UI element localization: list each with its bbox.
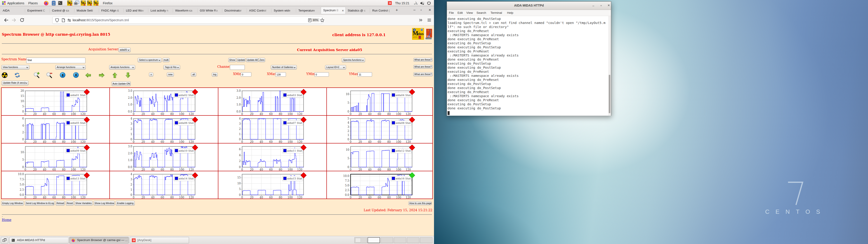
footer-button[interactable]: Show Log Window xyxy=(94,201,115,206)
window-maximize-button[interactable]: ▫ xyxy=(421,8,422,12)
browser-tab[interactable]: Module Setti xyxy=(74,6,99,15)
zoom-in-icon[interactable] xyxy=(33,72,40,79)
permissions-icon[interactable] xyxy=(67,18,71,22)
browser-tab[interactable]: System wide xyxy=(272,6,296,15)
spectrum-chart-aida02[interactable]: 0204060801001200.01.02.03.0aida02 Stat xyxy=(124,89,198,115)
log-button[interactable]: log xyxy=(212,72,218,77)
bookmark-star-icon[interactable] xyxy=(320,18,324,22)
spectrum-chart-aida07[interactable]: 02040608010012001234aida07 Stat xyxy=(232,117,307,143)
acquisition-server-select[interactable]: aida05 xyxy=(119,48,131,52)
ymin-input[interactable]: 0 xyxy=(314,72,329,77)
number-of-galleries-dropdown[interactable]: Number of Galleries xyxy=(271,65,297,69)
anydesk-tray-icon[interactable] xyxy=(388,1,392,6)
menu-terminal[interactable]: Terminal xyxy=(491,11,502,14)
spectrum-chart-aida10[interactable]: 0204060801001200.01.02.03.0aida10 Stat xyxy=(124,145,198,171)
menu-file[interactable]: File xyxy=(449,11,454,14)
show-button[interactable]: Show xyxy=(228,58,236,62)
spectrum-chart-aida09[interactable]: 0204060801001200510aida09 Stat xyxy=(16,145,90,171)
browser-tab[interactable]: ASIC Control xyxy=(247,6,272,15)
browser-tab[interactable]: Statistics @ c xyxy=(345,6,370,15)
browser-tab[interactable]: Control @ ca xyxy=(50,6,74,15)
spectrum-chart-aida13[interactable]: 0204060801001200.02.55.07.510.0aida13 St… xyxy=(16,172,90,199)
workspace-6[interactable] xyxy=(420,237,432,243)
url-text[interactable]: localhost:8015/Spectrum/Spectrum.tml xyxy=(72,18,129,22)
all-button[interactable]: all xyxy=(191,72,196,77)
analysis-functions-dropdown[interactable]: Analysis functions xyxy=(109,65,135,69)
show-desktop-button[interactable] xyxy=(1,237,8,243)
menu-view[interactable]: View xyxy=(466,11,473,14)
browser-tab[interactable]: Run Control ( xyxy=(370,6,395,15)
pan-up-icon[interactable] xyxy=(112,72,118,79)
power-icon[interactable] xyxy=(427,1,431,5)
spectrum-chart-aida16[interactable]: 0204060801001200.02.55.07.510.0aida16 St… xyxy=(341,172,415,199)
volume-muted-icon[interactable] xyxy=(420,1,425,5)
footer-button[interactable]: Send Log Window to ELog xyxy=(25,201,55,206)
how-to-use-button[interactable]: How to use this page xyxy=(408,201,432,205)
browser-tab[interactable]: Spectrum B× xyxy=(321,7,346,14)
midas-launcher-icon[interactable]: M idas xyxy=(67,0,72,5)
new-tab-button[interactable]: + xyxy=(396,8,398,13)
reload-button[interactable] xyxy=(20,18,24,22)
pan-down-icon[interactable] xyxy=(125,72,131,79)
multi-button[interactable]: multi xyxy=(162,58,169,62)
terminal-close-button[interactable]: × xyxy=(606,3,611,8)
arrange-functions-dropdown[interactable]: Arrange functions xyxy=(55,65,86,69)
what-are-these-button[interactable]: What are these? xyxy=(413,72,433,77)
browser-tab[interactable]: Experiment C xyxy=(25,6,50,15)
spectrum-chart-aida11[interactable]: 0204060801001200246aida11 Stat xyxy=(232,145,307,171)
places-menu[interactable]: Places xyxy=(28,1,38,5)
footer-button[interactable]: Reset xyxy=(66,201,74,206)
xmin-input[interactable]: 0 xyxy=(241,72,251,77)
x-button[interactable]: x xyxy=(149,72,153,77)
reader-mode-icon[interactable] xyxy=(308,18,312,22)
browser-tab[interactable]: Discriminator xyxy=(222,6,247,15)
spectrum-chart-aida01[interactable]: 02040608010012005101520aida01 Stat xyxy=(16,89,90,115)
file-manager-launcher-icon[interactable] xyxy=(51,0,56,5)
browser-tab[interactable]: LED and Wav xyxy=(124,6,148,15)
scroll-down-icon[interactable] xyxy=(60,72,66,78)
forward-button[interactable] xyxy=(11,18,16,23)
taskbar-task[interactable]: AIDA MIDAS HTTPd xyxy=(9,237,68,243)
window-minimize-button[interactable]: – xyxy=(413,8,415,12)
tab-close-icon[interactable]: × xyxy=(342,9,344,12)
workspace-5[interactable] xyxy=(407,237,419,243)
network-status-icon[interactable]: ? xyxy=(414,1,418,5)
xmax-input[interactable]: 128 xyxy=(275,72,286,77)
footer-button[interactable]: Show Variables xyxy=(74,201,93,206)
spectrum-chart-aida06[interactable]: 02040608010012001234aida06 Stat xyxy=(124,117,198,143)
what-are-these-button[interactable]: What are these? xyxy=(413,65,433,69)
browser-tab[interactable]: Temperature xyxy=(296,6,321,15)
workspace-1[interactable] xyxy=(354,237,367,243)
terminal-maximize-button[interactable]: ▫ xyxy=(598,3,603,8)
pan-left-icon[interactable] xyxy=(85,72,91,79)
workspace-4[interactable] xyxy=(394,237,406,243)
terminal-title-bar[interactable]: AIDA MIDAS HTTPd–▫× xyxy=(447,2,611,10)
zero-button[interactable]: Zero xyxy=(258,58,265,62)
midas-launcher-icon[interactable]: M idas xyxy=(81,0,86,5)
spectra-functions-dropdown[interactable]: Spectra functions xyxy=(342,58,365,62)
overflow-menu-icon[interactable] xyxy=(418,18,423,22)
footer-button[interactable]: Empty Log Window xyxy=(1,201,24,206)
select-a-spectrum-dropdown[interactable]: Select a spectrum xyxy=(138,58,162,62)
channel-input[interactable] xyxy=(230,65,245,70)
terminal-launcher-icon[interactable] xyxy=(58,0,63,5)
update-all-button[interactable]: Update All xyxy=(246,58,258,62)
menu-help[interactable]: Help xyxy=(507,11,513,14)
spectrum-chart-aida14[interactable]: 02040608010012001234aida14 Stat xyxy=(124,172,198,199)
tags-and-fits-dropdown[interactable]: Tags & Fits xyxy=(163,65,180,69)
footer-button[interactable]: Reload xyxy=(56,201,65,206)
zoom-level-badge[interactable]: 80% xyxy=(312,18,319,22)
terminal-scrollbar-thumb[interactable] xyxy=(609,75,610,113)
new-button[interactable]: new xyxy=(167,72,174,77)
spectrum-chart-aida05[interactable]: 0204060801001200246aida05 Stat xyxy=(16,117,90,143)
browser-tab[interactable]: Lost activity n xyxy=(148,6,173,15)
view-functions-dropdown[interactable]: View functions xyxy=(1,65,29,69)
midas-launcher-icon[interactable]: M idas xyxy=(87,0,92,5)
what-are-these-button[interactable]: What are these? xyxy=(413,58,433,62)
spectrum-name-input[interactable]: Stat xyxy=(26,58,86,63)
refresh-icon[interactable] xyxy=(14,72,20,78)
menu-edit[interactable]: Edit xyxy=(458,11,463,14)
scroll-up-icon[interactable] xyxy=(73,72,79,78)
menu-search[interactable]: Search xyxy=(476,11,486,14)
back-button[interactable] xyxy=(4,18,9,23)
